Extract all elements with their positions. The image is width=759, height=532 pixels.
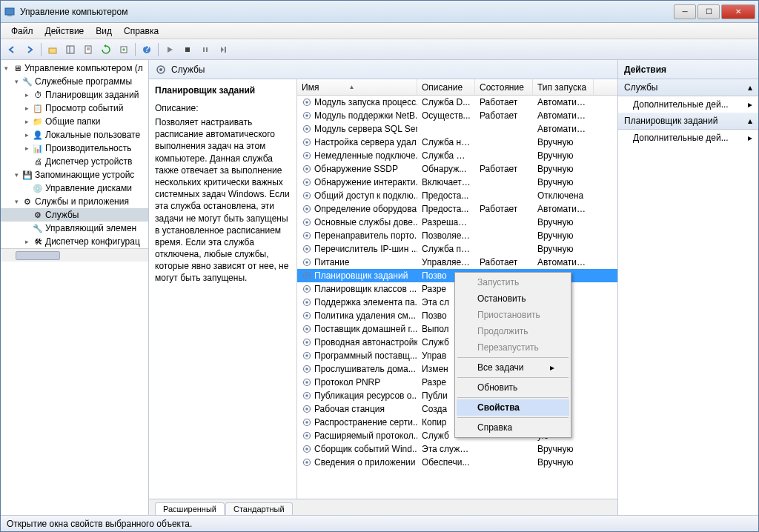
svg-point-72 — [305, 461, 308, 464]
gear-icon — [302, 110, 312, 121]
tree-label: Управление дисками — [45, 183, 132, 193]
tree-expand-icon[interactable]: ▾ — [13, 171, 20, 179]
services-list: Имя▲ Описание Состояние Тип запуска Моду… — [297, 79, 617, 499]
service-row[interactable]: Перенаправитель порто...Позволяет...Вруч… — [297, 229, 617, 242]
tree-label: Управляющий элемен — [45, 223, 136, 233]
refresh-button[interactable] — [98, 41, 114, 58]
col-start[interactable]: Тип запуска — [533, 79, 594, 95]
tree-item[interactable]: ▸📋Просмотр событий — [1, 102, 148, 115]
restart-button[interactable] — [215, 41, 231, 58]
pause-button[interactable] — [197, 41, 213, 58]
tree-expand-icon[interactable]: ▸ — [23, 238, 30, 245]
tree-expand-icon[interactable]: ▸ — [23, 131, 30, 139]
menubar: Файл Действие Вид Справка — [1, 23, 758, 39]
tree-item[interactable]: ▸👤Локальные пользовате — [1, 128, 148, 142]
context-menu: Запустить Остановить Приостановить Продо… — [454, 272, 571, 438]
tree-expand-icon[interactable]: ▸ — [23, 91, 30, 99]
close-button[interactable]: ✕ — [721, 4, 755, 19]
service-row[interactable]: Настройка сервера удал...Служба на...Вру… — [297, 136, 617, 149]
service-row[interactable]: Немедленные подключе...Служба W...Вручну… — [297, 149, 617, 162]
tree-item[interactable]: 🔧Управляющий элемен — [1, 222, 148, 235]
actions-more-1[interactable]: Дополнительные дей...▸ — [618, 96, 758, 113]
service-row[interactable]: Сборщик событий Wind...Эта служб...Вручн… — [297, 442, 617, 456]
service-name: Обнаружение интеракти... — [314, 177, 417, 187]
col-desc[interactable]: Описание — [417, 79, 475, 95]
service-start: Вручную — [533, 137, 594, 147]
forward-button[interactable] — [21, 41, 38, 58]
service-row[interactable]: ПитаниеУправляет ...РаботаетАвтоматиче..… — [297, 256, 617, 269]
tree-item[interactable]: ▾⚙Службы и приложения — [1, 195, 148, 208]
service-row[interactable]: Основные службы дове...Разрешает ...Вруч… — [297, 216, 617, 229]
tree-expand-icon[interactable]: ▾ — [2, 64, 10, 72]
ctx-properties[interactable]: Свойства — [457, 399, 569, 416]
tree-item[interactable]: ▸📊Производительность — [1, 142, 148, 155]
service-row[interactable]: Модуль запуска процесс...Служба D...Рабо… — [297, 96, 617, 109]
menu-file[interactable]: Файл — [5, 24, 39, 38]
actions-section-services[interactable]: Службы▴ — [618, 79, 758, 96]
play-button[interactable] — [162, 41, 178, 58]
ctx-alltasks[interactable]: Все задачи▸ — [457, 359, 569, 376]
tree-expand-icon[interactable]: ▾ — [13, 198, 20, 205]
service-row[interactable]: Сведения о приложенииОбеспечи...Вручную — [297, 456, 617, 469]
tree-label: Управление компьютером (л — [24, 63, 143, 73]
service-row[interactable]: Модуль сервера SQL Ser...Автоматиче... — [297, 122, 617, 136]
ctx-stop[interactable]: Остановить — [457, 290, 569, 307]
tree-scrollbar[interactable] — [1, 248, 148, 262]
tab-extended[interactable]: Расширенный — [155, 502, 225, 515]
col-state[interactable]: Состояние — [475, 79, 533, 95]
svg-point-32 — [305, 194, 308, 197]
actions-section-scheduler[interactable]: Планировщик заданий▴ — [618, 113, 758, 130]
svg-point-28 — [305, 167, 308, 170]
tree-expand-icon[interactable]: ▸ — [23, 104, 30, 112]
show-hide-button[interactable] — [62, 41, 79, 58]
up-button[interactable] — [44, 41, 61, 58]
tree-node-icon: 📁 — [32, 116, 44, 127]
service-name: Питание — [314, 257, 349, 267]
tab-standard[interactable]: Стандартный — [225, 502, 293, 515]
menu-help[interactable]: Справка — [118, 24, 165, 38]
status-text: Открытие окна свойств выбранного объекта… — [7, 519, 192, 529]
service-row[interactable]: Определение оборудова...Предоста...Работ… — [297, 202, 617, 216]
service-start: Вручную — [533, 150, 594, 161]
tree-expand-icon[interactable]: ▾ — [13, 78, 20, 85]
service-start: Вручную — [533, 444, 594, 454]
service-row[interactable]: Модуль поддержки NetB...Осуществ...Работ… — [297, 109, 617, 122]
service-state: Работает — [475, 164, 533, 174]
tree-item[interactable]: ▾💾Запоминающие устройс — [1, 168, 148, 182]
col-name[interactable]: Имя▲ — [297, 79, 417, 95]
tree-item[interactable]: ▸⏱Планировщик заданий — [1, 88, 148, 102]
tree-item[interactable]: ▸📁Общие папки — [1, 115, 148, 128]
minimize-button[interactable]: ─ — [674, 4, 696, 19]
service-row[interactable]: Перечислитель IP-шин ...Служба пе...Вруч… — [297, 242, 617, 256]
tree-item[interactable]: ▾🖥Управление компьютером (л — [1, 61, 148, 75]
actions-more-2[interactable]: Дополнительные дей...▸ — [618, 130, 758, 146]
properties-button[interactable] — [80, 41, 96, 58]
desc-label: Описание: — [155, 103, 291, 113]
service-row[interactable]: Обнаружение SSDPОбнаруж...РаботаетВручну… — [297, 162, 617, 176]
ctx-help[interactable]: Справка — [457, 419, 569, 436]
service-row[interactable]: Общий доступ к подклю...Предоста...Отклю… — [297, 189, 617, 202]
service-name: Планировщик заданий — [314, 270, 408, 281]
tree-label: Служебные программы — [35, 76, 132, 87]
stop-button[interactable] — [179, 41, 196, 58]
tree-label: Диспетчер конфигурац — [45, 236, 140, 247]
ctx-refresh[interactable]: Обновить — [457, 379, 569, 396]
tree-expand-icon[interactable]: ▸ — [23, 144, 30, 152]
tree-item[interactable]: 💿Управление дисками — [1, 182, 148, 195]
tree-item[interactable]: ▾🔧Служебные программы — [1, 75, 148, 88]
tree-item[interactable]: 🖨Диспетчер устройств — [1, 155, 148, 168]
tree-item[interactable]: ⚙Службы — [1, 208, 148, 222]
gear-icon — [302, 430, 312, 441]
export-button[interactable] — [116, 41, 132, 58]
maximize-button[interactable]: ☐ — [697, 4, 720, 19]
back-button[interactable] — [4, 41, 20, 58]
menu-action[interactable]: Действие — [39, 24, 90, 38]
tree-expand-icon[interactable]: ▸ — [23, 118, 30, 125]
service-row[interactable]: Обнаружение интеракти...Включает ...Вруч… — [297, 176, 617, 189]
service-start: Отключена — [533, 190, 594, 201]
tree-item[interactable]: ▸🛠Диспетчер конфигурац — [1, 235, 148, 248]
menu-view[interactable]: Вид — [90, 24, 118, 38]
gear-icon — [302, 297, 312, 307]
tree-node-icon: ⏱ — [32, 89, 44, 101]
help-button[interactable]: ? — [139, 41, 155, 58]
